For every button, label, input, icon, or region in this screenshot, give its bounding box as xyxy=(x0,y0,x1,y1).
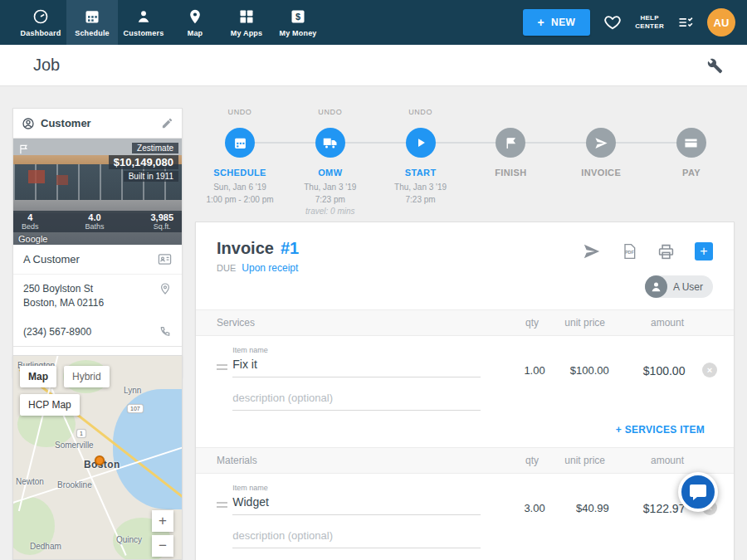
nav-label: My Apps xyxy=(231,29,263,37)
step-travel: travel: 0 mins xyxy=(304,206,356,218)
finish-flag-step-icon[interactable] xyxy=(496,128,525,158)
truck-step-icon[interactable] xyxy=(315,128,345,158)
phone-icon[interactable] xyxy=(159,325,172,338)
step-label: START xyxy=(405,168,437,178)
job-tools-icon[interactable] xyxy=(706,56,724,75)
customer-card-title: Customer xyxy=(41,117,91,129)
customer-phone: (234) 567-8900 xyxy=(23,326,91,338)
step-label: OMW xyxy=(318,168,342,178)
print-icon[interactable] xyxy=(657,243,675,261)
step-omw: UNDO OMW Thu, Jan 3 '19 7:23 pm travel: … xyxy=(287,108,374,218)
map-view-button[interactable]: Map xyxy=(20,366,56,387)
nav-item-customers[interactable]: Customers xyxy=(118,0,169,45)
customer-address: 250 Boylston St Boston, MA 02116 xyxy=(23,282,104,310)
zoom-in-button[interactable]: + xyxy=(152,510,173,532)
undo-omw-link[interactable]: UNDO xyxy=(318,108,342,123)
nav-item-dashboard[interactable]: Dashboard xyxy=(15,0,66,45)
job-bar: Job xyxy=(0,45,747,86)
nav-items: Dashboard Schedule Customers Map My Apps… xyxy=(0,0,324,45)
hcp-map-button[interactable]: HCP Map xyxy=(20,394,80,416)
customers-icon xyxy=(135,8,152,25)
add-materials-item-link[interactable]: + MATERIALS ITEM xyxy=(196,548,734,560)
customer-name-row: A Customer xyxy=(13,245,182,275)
route-shield-1: 1 xyxy=(76,429,86,438)
edit-pencil-icon[interactable] xyxy=(161,117,173,129)
amount-column-header: amount xyxy=(605,455,684,466)
nav-item-my-money[interactable]: $ My Money xyxy=(272,0,324,45)
step-detail: Thu, Jan 3 '19 7:23 pm xyxy=(394,182,447,206)
money-icon: $ xyxy=(290,8,306,25)
pdf-icon[interactable]: PDF xyxy=(621,243,637,260)
step-time: 7:23 pm xyxy=(304,194,356,207)
service-item-amount: $100.00 xyxy=(609,364,686,377)
send-icon[interactable] xyxy=(583,242,601,261)
add-invoice-item-button[interactable]: + xyxy=(695,242,713,261)
material-item-qty[interactable]: 3.00 xyxy=(489,502,545,514)
step-time: 7:23 pm xyxy=(394,194,447,207)
add-services-item-link[interactable]: + SERVICES ITEM xyxy=(196,411,734,447)
customer-phone-row: (234) 567-8900 xyxy=(13,318,182,347)
step-pay: PAY xyxy=(648,108,735,218)
customer-icon xyxy=(22,117,35,130)
photo-detail xyxy=(56,175,68,185)
service-item-qty[interactable]: 1.00 xyxy=(489,364,545,377)
chat-bubble-button[interactable] xyxy=(678,472,718,512)
map-widget[interactable]: Burlington Lynn Somerville Boston Newton… xyxy=(12,355,183,560)
invoice-number[interactable]: #1 xyxy=(281,239,299,258)
svg-text:$: $ xyxy=(295,12,300,22)
map-label-quincy: Quincy xyxy=(116,535,142,544)
heart-icon[interactable] xyxy=(603,13,622,32)
due-value-link[interactable]: Upon receipt xyxy=(242,262,298,274)
nav-item-map[interactable]: Map xyxy=(169,0,221,45)
undo-schedule-link[interactable]: UNDO xyxy=(228,108,252,123)
undo-start-link[interactable]: UNDO xyxy=(408,108,432,123)
due-label: DUE xyxy=(217,263,236,273)
map-label-lynn: Lynn xyxy=(124,386,141,395)
play-step-icon[interactable] xyxy=(406,128,436,158)
service-item-unit-price[interactable]: $100.00 xyxy=(545,364,609,377)
map-label-dedham: Dedham xyxy=(30,542,61,551)
apps-grid-icon xyxy=(238,8,255,25)
nav-right: + NEW HELP CENTER AU xyxy=(523,0,747,45)
nav-item-my-apps[interactable]: My Apps xyxy=(221,0,272,45)
customer-address-row: 250 Boylston St Boston, MA 02116 xyxy=(13,275,182,318)
location-pin-icon[interactable] xyxy=(159,282,172,295)
service-item-name-input[interactable] xyxy=(232,355,481,377)
zoom-out-button[interactable]: − xyxy=(152,535,173,557)
credit-card-step-icon[interactable] xyxy=(676,128,706,158)
google-watermark: Google xyxy=(18,234,47,244)
job-location-marker[interactable] xyxy=(95,455,105,465)
services-section-header: Services qty unit price amount xyxy=(196,309,734,336)
user-avatar[interactable]: AU xyxy=(707,8,735,37)
step-invoice: INVOICE xyxy=(558,108,644,218)
nav-label: Dashboard xyxy=(21,29,61,37)
material-item-description-input[interactable] xyxy=(232,527,481,548)
beds-value: 4 xyxy=(22,212,39,222)
page-title: Job xyxy=(33,56,60,75)
service-item-description-input[interactable] xyxy=(232,389,481,411)
step-schedule: UNDO SCHEDULE Sun, Jan 6 '19 1:00 pm - 2… xyxy=(197,108,283,218)
step-detail: Thu, Jan 3 '19 7:23 pm travel: 0 mins xyxy=(304,182,356,218)
nav-label: Customers xyxy=(124,29,164,37)
material-item-name-input[interactable] xyxy=(232,493,481,515)
remove-item-icon[interactable]: × xyxy=(702,363,717,377)
materials-section-header: Materials qty unit price amount xyxy=(196,447,734,474)
nav-item-schedule[interactable]: Schedule xyxy=(66,0,118,45)
checklist-icon[interactable] xyxy=(677,14,694,31)
service-item-row: Item name 1.00 $100.00 $100.00 × xyxy=(196,336,734,411)
flag-icon[interactable] xyxy=(18,144,30,155)
contact-card-icon[interactable] xyxy=(158,252,172,266)
drag-handle-icon[interactable] xyxy=(217,502,232,508)
help-center-link[interactable]: HELP CENTER xyxy=(635,14,664,32)
invoice-send-step-icon[interactable] xyxy=(586,128,616,158)
dashboard-icon xyxy=(32,8,49,25)
assignee-row: A User xyxy=(196,274,734,309)
address-line1: 250 Boylston St xyxy=(23,282,104,296)
material-item-unit-price[interactable]: $40.99 xyxy=(545,502,609,514)
schedule-step-icon[interactable] xyxy=(225,128,255,158)
hybrid-view-button[interactable]: Hybrid xyxy=(64,366,110,387)
drag-handle-icon[interactable] xyxy=(217,364,232,370)
built-year: Built in 1911 xyxy=(124,171,178,182)
assignee-chip[interactable]: A User xyxy=(645,275,713,298)
new-button[interactable]: + NEW xyxy=(523,9,591,36)
